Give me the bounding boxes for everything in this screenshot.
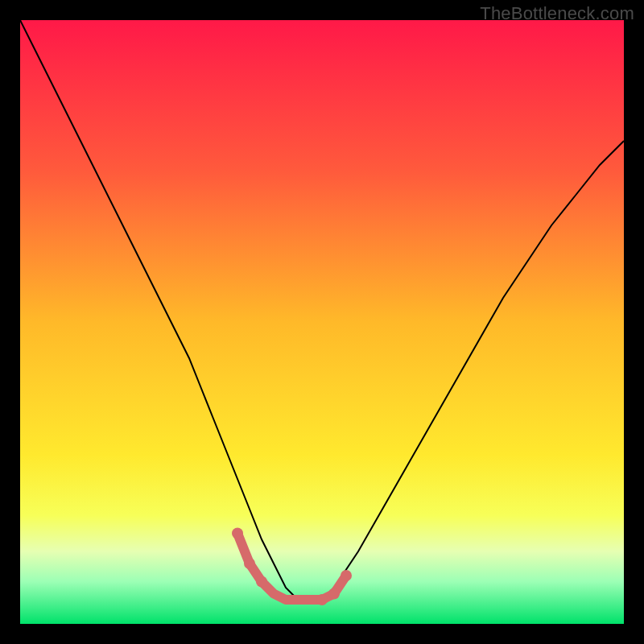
highlight-dot [232, 528, 243, 539]
gradient-background [20, 20, 624, 624]
watermark-text: TheBottleneck.com [480, 3, 634, 24]
highlight-dot [341, 570, 352, 581]
highlight-dot [316, 594, 328, 605]
highlight-dot [256, 576, 267, 588]
chart-frame: TheBottleneck.com [0, 0, 644, 644]
highlight-dot [328, 588, 340, 600]
plot-area [20, 20, 624, 624]
highlight-dot [244, 558, 255, 569]
chart-svg [20, 20, 624, 624]
